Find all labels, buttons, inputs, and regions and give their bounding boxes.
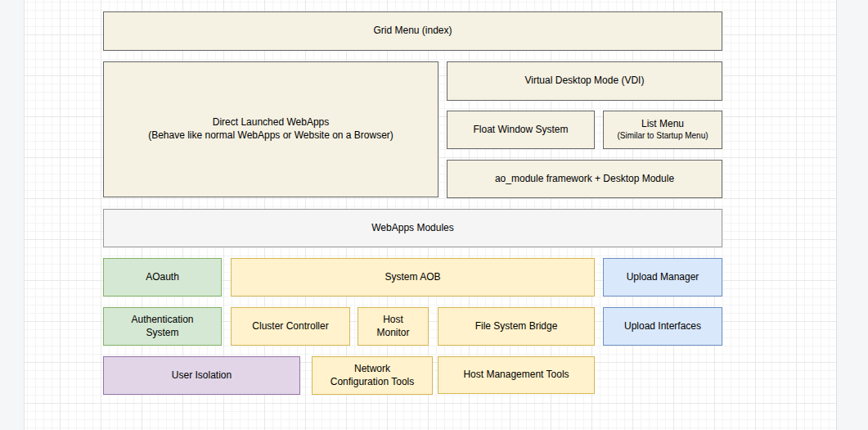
float-window-system-node[interactable]: Float Window System (447, 111, 595, 149)
system-aob-node[interactable]: System AOB (231, 258, 595, 296)
list-menu-node-label: List Menu (641, 118, 684, 131)
user-isolation-node-label: User Isolation (172, 369, 232, 382)
webapps-modules-node[interactable]: WebApps Modules (103, 209, 722, 247)
file-system-bridge-node-label: File System Bridge (475, 320, 558, 333)
list-menu-node-sublabel: (Similar to Startup Menu) (617, 131, 708, 142)
grid-menu-node-label: Grid Menu (index) (373, 25, 452, 38)
network-configuration-tools-node[interactable]: Network Configuration Tools (312, 356, 433, 395)
user-isolation-node[interactable]: User Isolation (103, 356, 300, 395)
grid-menu-node[interactable]: Grid Menu (index) (103, 11, 722, 51)
float-window-system-node-label: Float Window System (473, 124, 568, 137)
aoauth-node[interactable]: AOauth (103, 258, 222, 296)
upload-interfaces-node-label: Upload Interfaces (624, 320, 701, 333)
virtual-desktop-mode-node-label: Virtual Desktop Mode (VDI) (525, 75, 645, 88)
page: Grid Menu (index)Direct Launched WebApps… (0, 0, 868, 430)
upload-interfaces-node[interactable]: Upload Interfaces (603, 307, 722, 346)
file-system-bridge-node[interactable]: File System Bridge (438, 307, 595, 346)
system-aob-node-label: System AOB (385, 271, 440, 284)
host-management-tools-node-label: Host Management Tools (463, 369, 569, 382)
list-menu-node[interactable]: List Menu(Similar to Startup Menu) (603, 111, 722, 149)
ao-module-framework-node[interactable]: ao_module framework + Desktop Module (447, 160, 722, 198)
cluster-controller-node-label: Cluster Controller (252, 320, 328, 333)
network-configuration-tools-node-label: Network Configuration Tools (331, 363, 415, 388)
diagram-nodes-layer: Grid Menu (index)Direct Launched WebApps… (0, 0, 868, 430)
direct-launched-webapps-node[interactable]: Direct Launched WebApps (Behave like nor… (103, 61, 438, 197)
authentication-system-node[interactable]: Authentication System (103, 307, 222, 346)
host-monitor-node[interactable]: Host Monitor (358, 307, 429, 346)
ao-module-framework-node-label: ao_module framework + Desktop Module (495, 173, 674, 186)
authentication-system-node-label: Authentication System (131, 314, 193, 339)
host-management-tools-node[interactable]: Host Management Tools (438, 356, 595, 394)
upload-manager-node-label: Upload Manager (627, 271, 699, 284)
webapps-modules-node-label: WebApps Modules (371, 222, 454, 235)
virtual-desktop-mode-node[interactable]: Virtual Desktop Mode (VDI) (447, 61, 722, 101)
upload-manager-node[interactable]: Upload Manager (603, 258, 722, 296)
cluster-controller-node[interactable]: Cluster Controller (231, 307, 350, 346)
direct-launched-webapps-node-label: Direct Launched WebApps (Behave like nor… (148, 116, 394, 142)
aoauth-node-label: AOauth (146, 271, 179, 284)
host-monitor-node-label: Host Monitor (376, 314, 409, 339)
